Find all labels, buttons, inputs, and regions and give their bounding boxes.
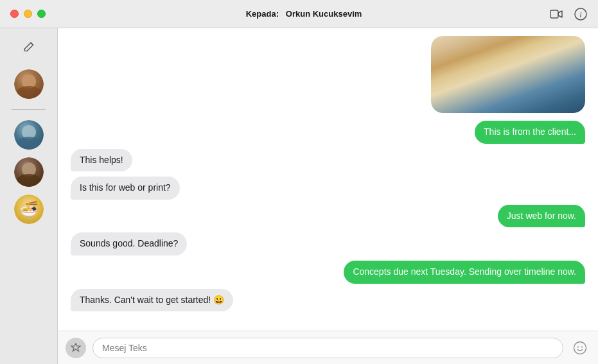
message-text-3: Is this for web or print? (80, 182, 171, 193)
minimize-button[interactable] (24, 10, 32, 18)
to-label: Kepada: (246, 9, 279, 19)
message-row-2: This helps! (71, 149, 585, 172)
message-input[interactable] (92, 338, 563, 358)
close-button[interactable] (10, 10, 19, 18)
svg-point-3 (574, 342, 586, 354)
svg-point-4 (577, 346, 579, 347)
message-text-6: Concepts due next Tuesday. Sending over … (353, 266, 576, 277)
sidebar-contact-3[interactable] (14, 157, 44, 187)
sidebar-contact-4[interactable]: 🍜 (14, 195, 44, 224)
svg-point-5 (581, 346, 583, 347)
svg-rect-0 (550, 10, 558, 18)
video-call-button[interactable] (549, 7, 563, 21)
message-bubble-2: This helps! (71, 149, 132, 172)
message-row-image (71, 36, 585, 116)
input-bar (58, 331, 598, 364)
message-text-7: Thanks. Can't wait to get started! 😀 (80, 295, 224, 305)
message-row-7: Thanks. Can't wait to get started! 😀 (71, 289, 585, 312)
message-text-5: Sounds good. Deadline? (80, 238, 178, 248)
sidebar-divider (12, 109, 46, 110)
message-bubble-7: Thanks. Can't wait to get started! 😀 (71, 289, 233, 312)
info-button[interactable]: i (574, 7, 588, 21)
contact-name: Orkun Kucuksevim (286, 9, 362, 19)
message-row-6: Concepts due next Tuesday. Sending over … (71, 261, 585, 284)
message-row-5: Sounds good. Deadline? (71, 232, 585, 256)
title-bar: Kepada: Orkun Kucuksevim i (0, 0, 598, 28)
sidebar-contact-2[interactable] (14, 120, 44, 150)
message-bubble-6: Concepts due next Tuesday. Sending over … (344, 261, 585, 284)
emoji-button[interactable] (570, 338, 590, 358)
maximize-button[interactable] (37, 10, 46, 18)
message-text-4: Just web for now. (507, 211, 576, 221)
message-bubble-1: This is from the client... (475, 121, 585, 144)
messages-container[interactable]: This is from the client... This helps! I… (58, 28, 598, 331)
title-bar-actions: i (549, 7, 588, 21)
image-content (431, 36, 585, 113)
app-container: 🍜 This is from the client... (0, 28, 598, 364)
sidebar-contact-1[interactable] (14, 69, 44, 99)
message-bubble-4: Just web for now. (498, 205, 585, 228)
message-bubble-5: Sounds good. Deadline? (71, 232, 187, 256)
title-bar-recipient: Kepada: Orkun Kucuksevim (58, 9, 549, 19)
app-store-button[interactable] (66, 338, 86, 358)
message-row-1: This is from the client... (71, 121, 585, 144)
sidebar: 🍜 (0, 28, 58, 364)
svg-text:i: i (579, 10, 581, 19)
message-bubble-3: Is this for web or print? (71, 177, 180, 200)
message-text-2: This helps! (80, 155, 123, 165)
message-row-3: Is this for web or print? (71, 177, 585, 200)
compose-button[interactable] (17, 36, 40, 59)
message-row-4: Just web for now. (71, 205, 585, 228)
image-bubble (431, 36, 585, 113)
message-text-1: This is from the client... (484, 126, 576, 137)
traffic-lights (10, 10, 46, 18)
chat-area: This is from the client... This helps! I… (58, 28, 598, 364)
